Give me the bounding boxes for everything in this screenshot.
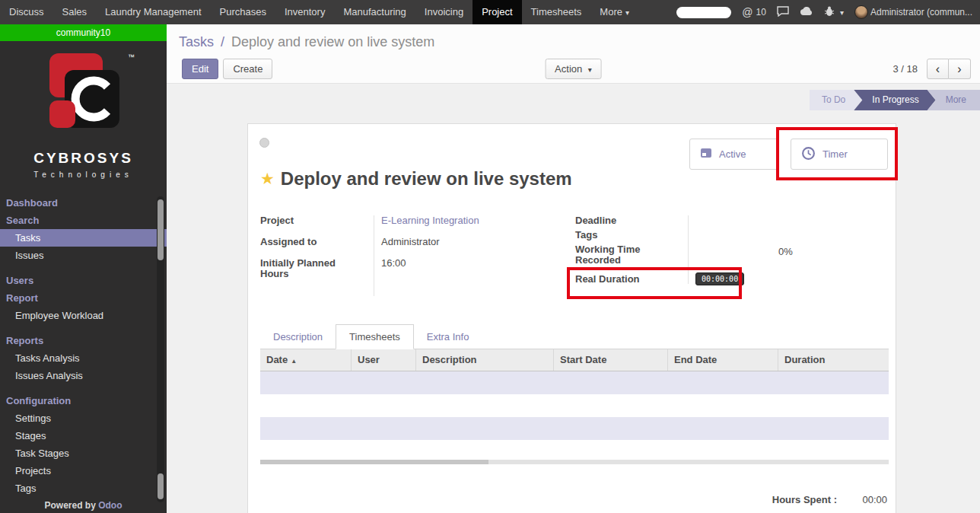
sidebar-item-tasks[interactable]: Tasks: [0, 229, 167, 247]
column-header-start-date[interactable]: Start Date: [554, 349, 668, 371]
pager-next-button[interactable]: ›: [949, 59, 971, 79]
menu-discuss[interactable]: Discuss: [0, 0, 53, 24]
column-header-duration[interactable]: Duration: [778, 349, 889, 371]
column-header-description[interactable]: Description: [416, 349, 554, 371]
assigned-to-value: Administrator: [374, 237, 440, 247]
real-duration-badge: 00:00:00: [695, 272, 744, 285]
table-empty-row: [260, 394, 889, 417]
column-header-date[interactable]: Date▲: [260, 349, 352, 371]
menu-purchases[interactable]: Purchases: [211, 0, 275, 24]
timesheets-table: Date▲ User Description Start Date End Da…: [260, 349, 889, 464]
menu-more-label: More: [600, 6, 622, 18]
deadline-label: Deadline: [575, 215, 688, 226]
column-header-user[interactable]: User: [352, 349, 416, 371]
powered-by: Powered by Odoo: [0, 500, 167, 511]
stage-todo[interactable]: To Do: [810, 90, 862, 110]
sidebar-item-task-stages[interactable]: Task Stages: [0, 444, 167, 462]
odoo-link[interactable]: Odoo: [98, 500, 122, 511]
sync-button[interactable]: [800, 7, 813, 18]
sidebar-item-projects[interactable]: Projects: [0, 462, 167, 480]
sidebar-item-users[interactable]: Users: [0, 272, 167, 289]
kanban-state-icon[interactable]: [259, 138, 269, 148]
sidebar-item-stages[interactable]: Stages: [0, 427, 167, 444]
sidebar-item-tags[interactable]: Tags: [0, 480, 167, 497]
stage-in-progress[interactable]: In Progress: [854, 90, 935, 110]
main-content: Tasks / Deploy and review on live system…: [167, 24, 980, 513]
menu-sales[interactable]: Sales: [53, 0, 97, 24]
tags-label: Tags: [575, 230, 688, 241]
menu-more[interactable]: More▾: [590, 0, 638, 24]
column-date-label: Date: [266, 354, 288, 365]
breadcrumb-current: Deploy and review on live system: [231, 34, 434, 49]
stage-statusbar: To Do In Progress More: [810, 90, 980, 110]
mention-count: 10: [756, 7, 766, 18]
breadcrumb-parent-link[interactable]: Tasks: [179, 34, 214, 49]
planned-hours-label: Initially Planned Hours: [260, 258, 374, 279]
tab-timesheets[interactable]: Timesheets: [336, 324, 414, 349]
field-deadline: Deadline: [575, 215, 889, 226]
scrollbar-thumb[interactable]: [158, 199, 164, 260]
sidebar-item-reports[interactable]: Reports: [0, 332, 167, 349]
notebook-tabs: Description Timesheets Extra Info: [260, 323, 889, 349]
user-name: Administrator (commun...: [870, 7, 972, 18]
sidebar-item-dashboard[interactable]: Dashboard: [0, 194, 167, 212]
hours-spent-row: Hours Spent : 00:00: [772, 494, 887, 505]
left-field-group: Project E-Learning Integration Assigned …: [260, 215, 511, 290]
debug-menu-button[interactable]: ▾: [824, 6, 844, 19]
create-button[interactable]: Create: [223, 59, 272, 79]
messages-button[interactable]: [777, 6, 789, 19]
brand-subtitle: Technologies: [0, 170, 167, 179]
working-time-label: Working Time Recorded: [575, 244, 688, 266]
progress-value: 0%: [778, 246, 793, 257]
assigned-to-label: Assigned to: [260, 237, 374, 247]
hours-spent-label: Hours Spent :: [772, 494, 837, 505]
table-empty-row: [260, 417, 889, 440]
company-logo: ™ CYBROSYS Technologies: [0, 41, 167, 179]
top-navbar: Discuss Sales Laundry Management Purchas…: [0, 0, 980, 24]
sidebar-item-issues[interactable]: Issues: [0, 247, 167, 264]
menu-inventory[interactable]: Inventory: [275, 0, 334, 24]
column-header-end-date[interactable]: End Date: [668, 349, 778, 371]
database-banner: community10: [0, 24, 167, 41]
systray: @ 10 ▾ Administrator (commun...: [676, 0, 980, 24]
tab-description[interactable]: Description: [260, 325, 336, 349]
project-value-link[interactable]: E-Learning Integration: [374, 215, 479, 226]
pager-previous-button[interactable]: ‹: [927, 59, 949, 79]
mentions-counter[interactable]: @ 10: [742, 6, 766, 18]
table-horizontal-scrollbar[interactable]: [260, 460, 889, 464]
menu-invoicing[interactable]: Invoicing: [415, 0, 473, 24]
sidebar-item-configuration[interactable]: Configuration: [0, 392, 167, 409]
timer-button-label: Timer: [822, 148, 848, 160]
sidebar-item-tasks-analysis[interactable]: Tasks Analysis: [0, 349, 167, 367]
favorite-star-icon[interactable]: ★: [260, 170, 275, 188]
clock-icon: [801, 146, 816, 163]
active-toggle-button[interactable]: Active: [689, 139, 778, 170]
sidebar-item-search[interactable]: Search: [0, 212, 167, 229]
tab-extra-info[interactable]: Extra Info: [414, 325, 482, 349]
menu-timesheets[interactable]: Timesheets: [522, 0, 591, 24]
planned-hours-value: 16:00: [374, 258, 406, 279]
field-project: Project E-Learning Integration: [260, 215, 511, 226]
user-menu[interactable]: Administrator (commun...: [854, 5, 972, 19]
action-dropdown-button[interactable]: Action ▾: [545, 59, 602, 79]
sidebar-item-settings[interactable]: Settings: [0, 409, 167, 427]
powered-by-text: Powered by: [44, 500, 95, 511]
sidebar-item-employee-workload[interactable]: Employee Workload: [0, 307, 167, 324]
timer-pill-widget[interactable]: [676, 7, 731, 18]
scrollbar-thumb[interactable]: [158, 473, 164, 499]
sidebar-item-issues-analysis[interactable]: Issues Analysis: [0, 367, 167, 384]
field-tags: Tags: [575, 230, 889, 241]
timer-button[interactable]: Timer: [791, 139, 888, 170]
sidebar-scrollbar[interactable]: [157, 196, 164, 502]
menu-manufacturing[interactable]: Manufacturing: [334, 0, 415, 24]
edit-button[interactable]: Edit: [182, 59, 218, 79]
sidebar-item-report[interactable]: Report: [0, 289, 167, 307]
table-empty-row: [260, 440, 889, 460]
menu-project[interactable]: Project: [473, 0, 521, 24]
menu-laundry-management[interactable]: Laundry Management: [96, 0, 210, 24]
main-menu: Discuss Sales Laundry Management Purchas…: [0, 0, 638, 24]
scrollbar-thumb[interactable]: [260, 460, 488, 464]
project-label: Project: [260, 215, 374, 226]
breadcrumb: Tasks / Deploy and review on live system: [179, 34, 434, 50]
active-button-label: Active: [719, 148, 746, 160]
